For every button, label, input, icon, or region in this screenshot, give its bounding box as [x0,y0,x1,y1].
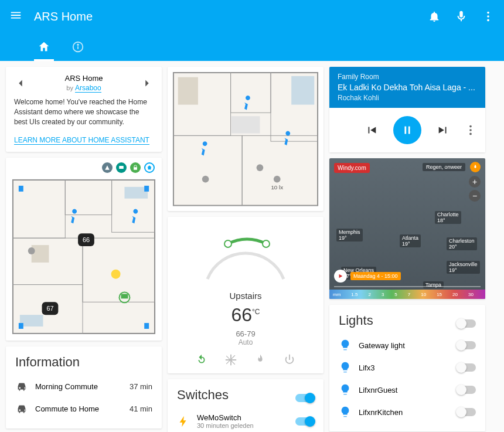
map-city: Charlotte18° [435,211,461,224]
svg-point-1 [487,15,489,18]
svg-point-39 [257,164,264,171]
snowflake-icon[interactable] [224,353,237,366]
more-vert-icon[interactable] [464,124,477,137]
light-row: LifxnrGuest [339,379,476,401]
thermostat-mode: Auto [239,338,253,346]
bulb-icon [339,383,352,396]
switches-master-toggle[interactable] [295,394,314,402]
switch-name: WeMoSwitch [197,413,288,422]
light-name: Lifx3 [359,363,450,372]
svg-rect-6 [119,166,124,169]
svg-point-48 [469,133,472,135]
svg-point-42 [224,240,231,247]
svg-rect-44 [404,127,406,134]
windy-logo: Windy.com [334,163,370,173]
prev-icon[interactable] [365,124,378,137]
thermostat-range: 66-79 [236,329,255,338]
svg-rect-28 [144,323,149,329]
thermostat-card[interactable]: Upstairs 66°C 66-79 Auto [168,217,323,373]
svg-text:67: 67 [46,305,53,312]
floorplan-svg: 66 67 [8,175,159,338]
info-row: Morning Commute 37 min [15,376,152,398]
hamburger-icon [9,9,22,22]
light-toggle[interactable] [457,408,476,416]
map-layer-icon[interactable] [470,162,481,172]
next-icon[interactable] [437,124,449,137]
svg-rect-45 [408,127,410,134]
chevron-left-icon[interactable] [14,77,27,90]
info-icon [71,40,84,53]
thermostat-dial[interactable] [196,226,295,285]
svg-rect-15 [20,315,43,326]
svg-text:66: 66 [83,236,90,243]
power-icon[interactable] [283,353,296,366]
tab-info[interactable] [71,33,84,61]
switch-row: WeMoSwitch 30 minuten geleden [177,409,314,432]
badge-icon[interactable] [102,162,113,173]
bolt-icon [177,415,190,428]
play-pause-button[interactable] [393,116,421,144]
tab-bar [0,33,504,61]
info-label: Morning Commute [35,382,122,391]
svg-point-40 [274,176,281,183]
lights-card: Lights Gateway light Lifx3 LifxnrGuest L [329,305,485,431]
svg-point-46 [469,125,472,128]
svg-point-43 [263,240,270,247]
svg-rect-37 [231,116,260,133]
media-track: Ek Ladki Ko Dekha Toh Aisa Laga - ... [338,83,477,92]
badge-home-icon[interactable] [144,162,155,173]
badge-lock-icon[interactable] [130,162,141,173]
bulb-icon [339,361,352,374]
svg-rect-16 [32,245,49,263]
light-name: Gateway light [359,341,450,350]
information-card: Information Morning Commute 37 min Commu… [6,346,162,428]
svg-point-47 [469,129,472,131]
media-room: Family Room [338,73,477,81]
welcome-title: ARS Home [64,74,103,84]
menu-button[interactable] [9,9,22,24]
home-icon [38,40,50,53]
map-city: Jacksonville19° [447,261,480,274]
auto-icon[interactable] [195,353,208,366]
bell-icon[interactable] [428,10,441,23]
floorplan-upper[interactable]: 10 lx [168,67,323,211]
welcome-card: ARS Home by Arsaboo Welcome home! You've… [6,67,162,152]
tab-home[interactable] [38,33,50,61]
svg-point-5 [77,44,79,45]
map-play-button[interactable] [334,270,347,283]
light-toggle[interactable] [457,363,476,372]
more-vert-icon[interactable] [482,10,495,23]
zoom-out-button[interactable]: − [469,190,481,202]
svg-point-18 [111,270,121,279]
badge-tv-icon[interactable] [116,162,127,173]
svg-point-17 [28,247,35,254]
car-icon [15,403,28,416]
light-toggle[interactable] [457,341,476,349]
lights-master-toggle[interactable] [457,319,476,328]
welcome-text: Welcome home! You've reached the Home As… [14,97,154,127]
light-toggle[interactable] [457,386,476,394]
app-header: ARS Home [0,0,504,33]
svg-rect-36 [178,77,198,105]
learn-more-link[interactable]: LEARN MORE ABOUT HOME ASSISTANT [14,136,149,145]
zoom-in-button[interactable]: + [469,176,481,188]
map-status: Regen, onweer [423,163,465,171]
media-card: Family Room Ek Ladki Ko Dekha Toh Aisa L… [329,67,485,152]
weather-map-card[interactable]: Windy.com Regen, onweer + − Memphis19°At… [329,158,485,299]
dashboard: ARS Home by Arsaboo Welcome home! You've… [0,61,504,432]
svg-point-0 [487,12,489,14]
switch-toggle[interactable] [295,417,314,426]
svg-rect-20 [121,294,128,298]
flame-icon[interactable] [254,353,267,366]
floorplan-lower[interactable]: 66 67 [6,158,162,341]
map-timeline-track[interactable] [334,286,481,287]
chevron-right-icon[interactable] [141,77,154,90]
bulb-icon [339,406,352,419]
map-city: Charleston20° [447,237,477,250]
author-link[interactable]: Arsaboo [75,84,101,93]
info-label: Commute to Home [35,404,122,413]
svg-rect-27 [19,323,23,329]
switch-sub: 30 minuten geleden [197,422,288,429]
microphone-icon[interactable] [455,10,468,23]
map-timestamp: Maandag 4 - 15:00 [350,272,401,280]
